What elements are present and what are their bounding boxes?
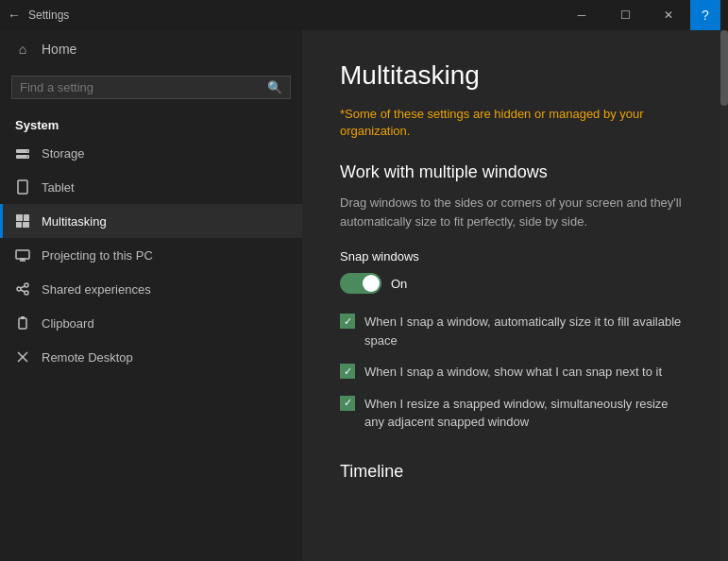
checkbox-row-2: When I resize a snapped window, simultan…	[340, 395, 690, 432]
sidebar-item-projecting[interactable]: Projecting to this PC	[0, 238, 302, 272]
checkbox-0[interactable]	[340, 314, 355, 329]
sidebar-item-remote[interactable]: Remote Desktop	[0, 340, 302, 374]
title-bar-title: Settings	[28, 8, 560, 22]
projecting-label: Projecting to this PC	[42, 248, 153, 263]
sidebar-item-home[interactable]: ⌂ Home	[0, 30, 302, 68]
minimize-button[interactable]: ─	[560, 0, 603, 30]
toggle-knob	[363, 275, 380, 292]
clipboard-icon	[15, 315, 30, 331]
scrollbar-track[interactable]	[720, 30, 728, 561]
snap-toggle-row: On	[340, 273, 690, 294]
snap-label: Snap windows	[340, 249, 690, 264]
remote-label: Remote Desktop	[42, 350, 133, 365]
svg-point-16	[25, 291, 28, 295]
org-warning: *Some of these settings are hidden or ma…	[340, 106, 690, 140]
svg-point-2	[26, 150, 28, 152]
remote-icon	[15, 349, 30, 365]
help-button[interactable]: ?	[690, 0, 720, 30]
checkbox-row-1: When I snap a window, show what I can sn…	[340, 363, 690, 382]
scrollbar-thumb[interactable]	[720, 30, 728, 106]
main-content: ⌂ Home 🔍 System Storage Tablet Multitask…	[0, 30, 728, 561]
checkbox-row-0: When I snap a window, automatically size…	[340, 313, 690, 349]
sidebar-item-shared[interactable]: Shared experiences	[0, 272, 302, 306]
svg-rect-4	[18, 180, 27, 194]
svg-rect-20	[21, 316, 25, 319]
svg-rect-8	[16, 222, 22, 228]
svg-point-15	[17, 287, 21, 291]
checkbox-label-1: When I snap a window, show what I can sn…	[364, 363, 662, 382]
home-icon: ⌂	[15, 42, 30, 57]
toggle-text: On	[391, 277, 407, 291]
snap-toggle[interactable]	[340, 273, 381, 294]
page-title: Multitasking	[340, 60, 690, 91]
sidebar-item-storage[interactable]: Storage	[0, 136, 302, 170]
shared-label: Shared experiences	[42, 282, 151, 297]
section1-title: Work with multiple windows	[340, 162, 690, 182]
sidebar-section-label: System	[0, 107, 302, 136]
svg-line-18	[21, 290, 25, 292]
search-box: 🔍	[11, 76, 291, 99]
svg-rect-6	[16, 214, 23, 221]
checkbox-1[interactable]	[340, 364, 355, 379]
shared-icon	[15, 281, 30, 297]
sidebar-item-multitasking[interactable]: Multitasking	[0, 204, 302, 238]
multitasking-label: Multitasking	[42, 214, 107, 229]
svg-rect-19	[19, 318, 26, 329]
maximize-button[interactable]: ☐	[603, 0, 647, 30]
svg-rect-7	[24, 214, 29, 221]
svg-point-3	[26, 156, 28, 158]
sidebar-item-tablet[interactable]: Tablet	[0, 170, 302, 204]
content-area: Multitasking *Some of these settings are…	[302, 30, 728, 561]
window-controls: ─ ☐ ✕	[560, 0, 690, 30]
projecting-icon	[15, 247, 30, 263]
title-bar: ← Settings ─ ☐ ✕ ?	[0, 0, 728, 30]
checkbox-2[interactable]	[340, 396, 355, 411]
checkbox-label-0: When I snap a window, automatically size…	[364, 313, 690, 349]
multitasking-icon	[15, 213, 30, 229]
search-icon[interactable]: 🔍	[267, 80, 282, 94]
svg-point-14	[25, 283, 28, 287]
sidebar: ⌂ Home 🔍 System Storage Tablet Multitask…	[0, 30, 302, 561]
timeline-section: Timeline	[340, 462, 690, 482]
svg-rect-10	[16, 250, 29, 259]
section1-desc: Drag windows to the sides or corners of …	[340, 194, 690, 230]
checkbox-label-2: When I resize a snapped window, simultan…	[364, 395, 690, 432]
svg-rect-9	[23, 222, 29, 228]
close-button[interactable]: ✕	[647, 0, 690, 30]
clipboard-label: Clipboard	[42, 316, 94, 331]
home-label: Home	[42, 42, 76, 57]
sidebar-item-clipboard[interactable]: Clipboard	[0, 306, 302, 340]
search-input[interactable]	[20, 80, 262, 94]
storage-icon	[15, 145, 30, 161]
storage-label: Storage	[42, 146, 85, 161]
back-button[interactable]: ←	[8, 8, 21, 23]
tablet-icon	[15, 179, 30, 195]
svg-line-17	[21, 286, 25, 288]
tablet-label: Tablet	[42, 180, 75, 195]
timeline-label: Timeline	[340, 462, 690, 482]
